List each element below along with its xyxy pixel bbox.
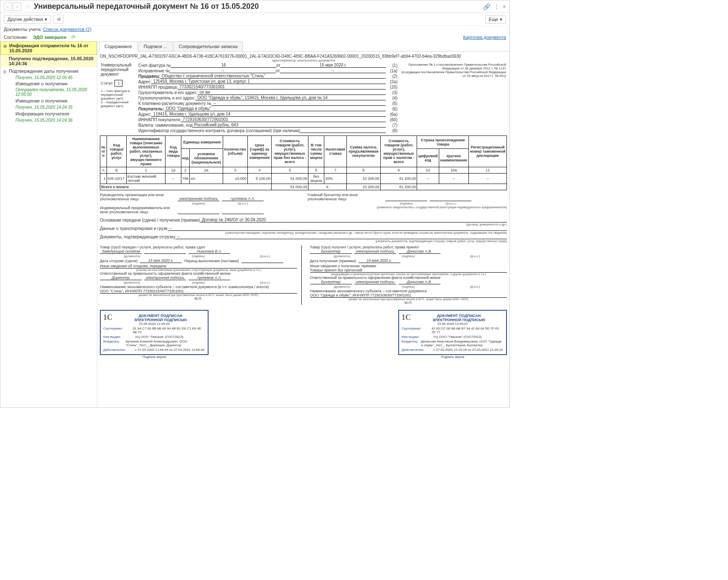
sidebar-confirm: Получено подтверждение, 15.05.2020 14:24… bbox=[0, 55, 97, 67]
toolbar: Другие действия▾ ⩤ Еще▾ bbox=[0, 13, 509, 26]
chevron-down-icon: ▾ bbox=[45, 17, 47, 22]
link-icon[interactable]: 🔗 bbox=[483, 3, 490, 10]
docs-link[interactable]: Список документов (2) bbox=[43, 27, 92, 32]
status-box: 1 bbox=[115, 80, 122, 87]
state-value: ЭДО завершен bbox=[33, 35, 66, 40]
docs-meta: Документы учета: Список документов (2) bbox=[0, 26, 509, 33]
page-title: Универсальный передаточный документ № 16… bbox=[34, 2, 259, 11]
signature-stamp-2: 1C ДОКУМЕНТ ПОДПИСАНЭЛЕКТРОННОЙ ПОДПИСЬЮ… bbox=[398, 310, 507, 355]
sidebar-date-1: Получен, 15.05.2020 12:05:45 bbox=[0, 75, 97, 80]
document-card-link[interactable]: Карточка документа bbox=[463, 35, 506, 40]
sidebar-date-4: Получен, 15.05.2020 14:24:36 bbox=[0, 118, 97, 123]
tab-content[interactable]: Содержимое bbox=[99, 41, 137, 51]
1c-logo-icon: 1C bbox=[103, 313, 112, 322]
document-content: ON_NSCHFDOPPR_2AL-A7303297-E6CA-4BD6-A73… bbox=[97, 51, 509, 407]
more-button[interactable]: Еще▾ bbox=[485, 15, 506, 24]
refresh-icon[interactable]: ⟳ bbox=[71, 34, 75, 40]
sidebar-item-notice-1[interactable]: Извещение о получении bbox=[0, 80, 97, 87]
sidebar-date-2: Отправлен получателю, 15.05.2020 12:05:5… bbox=[0, 87, 97, 97]
sidebar-item-notice-2[interactable]: Извещение о получении bbox=[0, 97, 97, 105]
menu-icon[interactable]: ⋮ bbox=[494, 3, 499, 10]
other-actions-button[interactable]: Другие действия▾ bbox=[4, 15, 51, 24]
state-row: Состояние: ЭДО завершен ⟳ Карточка докум… bbox=[0, 33, 509, 41]
sidebar-sender-info[interactable]: ⊖Информация отправителя № 16 от 15.05.20… bbox=[0, 41, 97, 55]
sidebar: ⊖Информация отправителя № 16 от 15.05.20… bbox=[0, 41, 97, 407]
hierarchy-icon[interactable]: ⩤ bbox=[53, 15, 64, 24]
close-icon[interactable]: × bbox=[503, 3, 506, 10]
forward-button[interactable]: → bbox=[13, 3, 21, 11]
sidebar-date-3: Получен, 15.05.2020 14:24:35 bbox=[0, 105, 97, 110]
doc-id: ON_NSCHFDOPPR_2AL-A7303297-E6CA-4BD6-A73… bbox=[100, 54, 507, 59]
signature-stamp-1: 1C ДОКУМЕНТ ПОДПИСАНЭЛЕКТРОННОЙ ПОДПИСЬЮ… bbox=[100, 310, 209, 355]
doc-id-caption: идентификатор электронного документа bbox=[100, 59, 507, 62]
sidebar-item-recipient-info[interactable]: Информация получателя bbox=[0, 110, 97, 118]
tab-cover-note[interactable]: Сопроводительная записка bbox=[173, 41, 243, 51]
star-icon[interactable]: ☆ bbox=[25, 3, 31, 10]
chevron-down-icon: ▾ bbox=[500, 17, 502, 22]
tab-signatures[interactable]: Подписи ... bbox=[138, 41, 173, 51]
sidebar-item-confirm-date[interactable]: ⊖Подтверждение даты получения bbox=[0, 67, 97, 75]
upd-title: Универсальный передаточный документ bbox=[101, 63, 137, 77]
1c-logo-icon: 1C bbox=[402, 313, 411, 322]
table-row: 1ЮК-15/17Костюм женский летний--796шт10,… bbox=[100, 174, 507, 184]
items-grid: № п/пКод товара/ работ, услугНаименовани… bbox=[100, 135, 507, 190]
titlebar: ← → ☆ Универсальный передаточный докумен… bbox=[0, 0, 509, 13]
tabs: Содержимое Подписи ... Сопроводительная … bbox=[97, 41, 509, 51]
back-button[interactable]: ← bbox=[4, 3, 12, 11]
